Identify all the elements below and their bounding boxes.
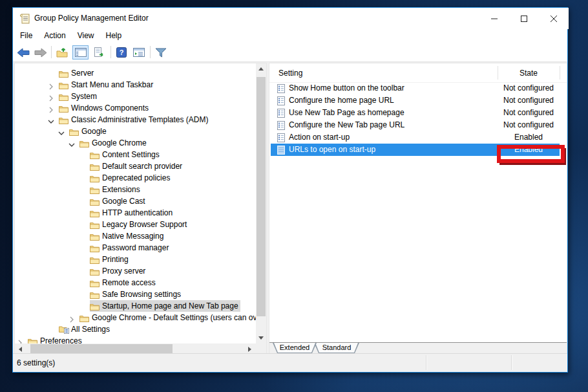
tree-item-content[interactable]: Remote access xyxy=(90,277,158,289)
tree-item[interactable]: Safe Browsing settings xyxy=(15,289,256,300)
menu-view[interactable]: View xyxy=(72,29,100,43)
tree-item[interactable]: Extensions xyxy=(15,184,256,195)
svg-text:?: ? xyxy=(120,49,124,56)
setting-row[interactable]: Configure the home page URLNot configure… xyxy=(271,94,560,107)
chevron-expanded-icon[interactable] xyxy=(68,140,75,146)
folder-icon xyxy=(90,244,100,252)
setting-row[interactable]: Action on start-upEnabled xyxy=(271,131,560,144)
chevron-collapsed-icon[interactable] xyxy=(48,93,54,100)
tree-item[interactable]: Default search provider xyxy=(15,160,256,172)
minimize-button[interactable] xyxy=(479,8,509,29)
tree-item[interactable]: Password manager xyxy=(15,242,256,254)
tree-item-content[interactable]: Google Chrome xyxy=(79,137,149,149)
tree-item[interactable]: Google xyxy=(15,125,256,137)
tree-item[interactable]: All Settings xyxy=(15,323,256,335)
folder-icon xyxy=(90,151,100,158)
tree-item-content[interactable]: Google Cast xyxy=(90,195,147,207)
tree-item[interactable]: Printing xyxy=(15,254,256,265)
help-icon[interactable]: ? xyxy=(114,45,129,60)
chevron-collapsed-icon[interactable] xyxy=(48,105,54,111)
close-icon xyxy=(551,16,557,22)
tree-item[interactable]: Legacy Browser Support xyxy=(15,219,256,230)
tree-item[interactable]: Preferences xyxy=(15,335,256,343)
tree-item-content[interactable]: Preferences xyxy=(28,335,84,343)
column-separator[interactable] xyxy=(560,66,560,80)
tree-item-content[interactable]: Start Menu and Taskbar xyxy=(59,79,155,91)
tree-item-content[interactable]: Safe Browsing settings xyxy=(90,289,183,300)
tree-item-content[interactable]: Default search provider xyxy=(90,160,184,172)
tree-item[interactable]: Deprecated policies xyxy=(15,172,256,184)
tree-item-content[interactable]: Windows Components xyxy=(59,102,151,114)
tree-item-content[interactable]: Printing xyxy=(90,254,131,265)
column-header-setting[interactable]: Setting xyxy=(278,69,302,78)
tree-item[interactable]: Start Menu and Taskbar xyxy=(15,79,256,91)
tree-item-content[interactable]: Password manager xyxy=(90,242,171,254)
tree-item[interactable]: Proxy server xyxy=(15,265,256,277)
chevron-collapsed-icon[interactable] xyxy=(48,82,54,88)
menu-file[interactable]: File xyxy=(14,29,38,43)
tree-item[interactable]: Google Chrome xyxy=(15,137,256,149)
close-button[interactable] xyxy=(539,8,569,29)
setting-row[interactable]: Use New Tab Page as homepageNot configur… xyxy=(271,107,560,119)
tree-item-content[interactable]: Extensions xyxy=(90,184,142,195)
chevron-expanded-icon[interactable] xyxy=(58,128,65,135)
tree-item[interactable]: HTTP authentication xyxy=(15,207,256,219)
show-action-pane-icon[interactable] xyxy=(131,45,147,60)
folder-icon xyxy=(90,290,100,298)
tree-item-content[interactable]: Classic Administrative Templates (ADM) xyxy=(59,114,211,125)
tree-vscroll-thumb[interactable] xyxy=(257,77,266,316)
tree-item[interactable]: Server xyxy=(15,67,256,79)
chevron-collapsed-icon[interactable] xyxy=(17,338,23,343)
chevron-collapsed-icon[interactable] xyxy=(68,314,75,321)
tree-item-label: Password manager xyxy=(102,242,169,254)
setting-row[interactable]: Configure the New Tab page URLNot config… xyxy=(271,119,560,131)
up-one-level-icon[interactable] xyxy=(54,45,70,60)
tree-item[interactable]: Google Cast xyxy=(15,195,256,207)
toolbar-separator xyxy=(150,46,151,58)
tree-item-label: Remote access xyxy=(102,277,156,289)
gpme-app-icon xyxy=(19,13,31,25)
tree-item-content[interactable]: Content Settings xyxy=(90,149,162,160)
column-separator[interactable] xyxy=(498,66,498,80)
tab-standard[interactable]: Standard xyxy=(314,343,359,353)
maximize-button[interactable] xyxy=(509,8,539,29)
tree-item[interactable]: Content Settings xyxy=(15,149,256,160)
tree-item-content[interactable]: Google xyxy=(69,125,109,137)
tree-item[interactable]: System xyxy=(15,91,256,102)
scroll-up-icon[interactable] xyxy=(256,63,266,74)
tree-item[interactable]: Remote access xyxy=(15,277,256,289)
tree-item[interactable]: Google Chrome - Default Settings (users … xyxy=(15,312,256,323)
tree-vertical-scrollbar[interactable] xyxy=(256,63,266,343)
column-header-state[interactable]: State xyxy=(498,69,560,78)
export-list-icon[interactable] xyxy=(92,45,107,60)
menu-action[interactable]: Action xyxy=(38,29,71,43)
scroll-down-icon[interactable] xyxy=(256,332,266,343)
tree-item[interactable]: Native Messaging xyxy=(15,230,256,242)
tree-item-content[interactable]: Server xyxy=(59,67,96,79)
tree-item-content[interactable]: Legacy Browser Support xyxy=(90,219,189,230)
tree-item-content[interactable]: System xyxy=(59,91,99,102)
tree-item-content[interactable]: Deprecated policies xyxy=(90,172,172,184)
tree-item-label: Google Chrome xyxy=(92,137,147,149)
back-icon[interactable] xyxy=(16,45,31,60)
tree-item-content[interactable]: Proxy server xyxy=(90,265,147,277)
tree-item[interactable]: Startup, Home page and New Tab page xyxy=(15,300,256,312)
tree-item-content[interactable]: All Settings xyxy=(59,323,112,335)
menu-bar: File Action View Help xyxy=(13,29,567,43)
tree-item-content[interactable]: Google Chrome - Default Settings (users … xyxy=(79,312,256,323)
tree-item-content[interactable]: Native Messaging xyxy=(90,230,165,242)
setting-row[interactable]: Show Home button on the toolbarNot confi… xyxy=(271,82,560,94)
forward-icon[interactable] xyxy=(33,45,48,60)
tree-item-content[interactable]: Startup, Home page and New Tab page xyxy=(90,300,240,312)
filter-icon[interactable] xyxy=(153,45,169,60)
tab-extended[interactable]: Extended xyxy=(273,343,317,353)
status-separator xyxy=(426,355,427,370)
menu-help[interactable]: Help xyxy=(100,29,128,43)
tree-item[interactable]: Windows Components xyxy=(15,102,256,114)
tree-item-content[interactable]: HTTP authentication xyxy=(90,207,174,219)
chevron-expanded-icon[interactable] xyxy=(48,116,54,123)
tree-item[interactable]: Classic Administrative Templates (ADM) xyxy=(15,114,256,125)
console-tree-icon[interactable] xyxy=(72,45,89,60)
tree-hscroll-thumb[interactable] xyxy=(30,344,173,354)
toolbar-separator xyxy=(110,46,111,58)
